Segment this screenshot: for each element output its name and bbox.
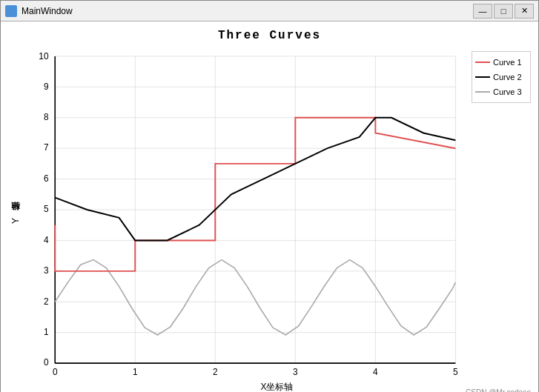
legend-label-curve1: Curve 1 (493, 58, 522, 67)
window-controls: — □ ✕ (473, 4, 534, 19)
svg-text:1: 1 (44, 327, 49, 337)
title-bar: MainWindow — □ ✕ (1, 1, 538, 21)
svg-text:6: 6 (44, 173, 49, 184)
svg-text:5: 5 (453, 367, 458, 377)
svg-text:5: 5 (44, 204, 49, 214)
chart-body: Y坐标轴 (8, 48, 531, 392)
maximize-button[interactable]: □ (494, 4, 513, 19)
legend-label-curve3: Curve 3 (493, 87, 522, 96)
main-window: MainWindow — □ ✕ Three Curves Y坐标轴 (0, 0, 539, 392)
svg-text:2: 2 (44, 296, 49, 307)
legend-line-curve3 (475, 91, 490, 93)
plot-and-legend: 0 1 2 3 4 5 6 7 8 9 10 (23, 48, 531, 379)
svg-rect-0 (23, 48, 472, 379)
chart-title: Three Curves (8, 29, 531, 42)
svg-text:9: 9 (44, 82, 49, 92)
y-axis-label: Y坐标轴 (8, 48, 23, 392)
svg-text:3: 3 (293, 367, 298, 377)
svg-text:7: 7 (44, 142, 49, 153)
plot-wrapper: 0 1 2 3 4 5 6 7 8 9 10 (23, 48, 472, 379)
svg-text:3: 3 (44, 265, 49, 276)
svg-text:4: 4 (373, 367, 378, 377)
window-icon (5, 5, 17, 17)
svg-text:0: 0 (53, 367, 58, 377)
x-axis-label: X坐标轴 (23, 381, 531, 392)
svg-text:1: 1 (133, 367, 138, 377)
legend-item-curve1: Curve 1 (475, 58, 527, 67)
legend-item-curve3: Curve 3 (475, 87, 527, 96)
watermark: CSDN @Mr.codeee (466, 388, 531, 392)
legend-line-curve1 (475, 62, 490, 63)
svg-text:0: 0 (44, 357, 49, 368)
close-button[interactable]: ✕ (515, 4, 534, 19)
chart-container: Three Curves Y坐标轴 (1, 21, 538, 392)
svg-text:10: 10 (39, 51, 49, 62)
legend-line-curve2 (475, 76, 490, 78)
svg-text:2: 2 (213, 367, 218, 377)
svg-text:4: 4 (44, 235, 49, 245)
legend-label-curve2: Curve 2 (493, 73, 522, 82)
plot-svg: 0 1 2 3 4 5 6 7 8 9 10 (23, 48, 472, 379)
legend: Curve 1 Curve 2 Curve 3 (472, 51, 531, 103)
chart-area: 0 1 2 3 4 5 6 7 8 9 10 (23, 48, 531, 392)
minimize-button[interactable]: — (473, 4, 492, 19)
legend-item-curve2: Curve 2 (475, 73, 527, 82)
svg-text:8: 8 (44, 112, 49, 122)
window-title: MainWindow (22, 6, 473, 16)
